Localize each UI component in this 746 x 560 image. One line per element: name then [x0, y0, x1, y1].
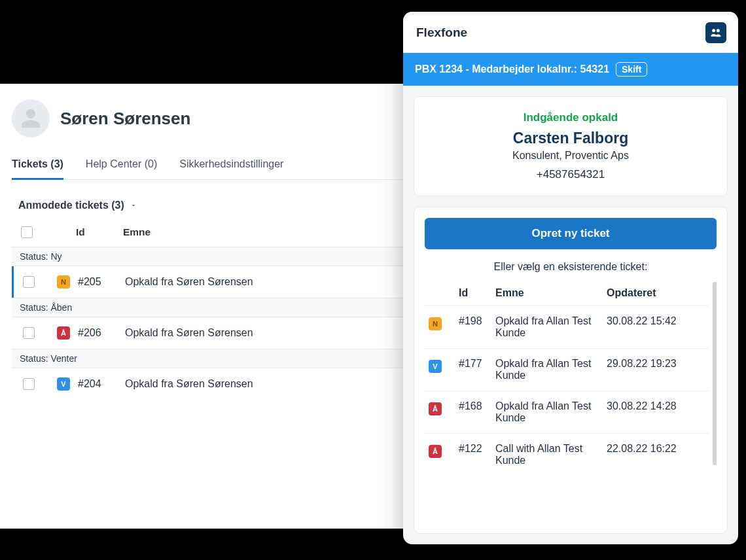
ticket-id: #204 — [78, 378, 125, 390]
mini-scrollbar-thumb[interactable] — [713, 282, 717, 465]
avatar — [12, 99, 50, 137]
user-name: Søren Sørensen — [60, 109, 190, 129]
caller-name: Carsten Falborg — [427, 130, 714, 147]
ticket-id: #205 — [78, 276, 125, 288]
ticket-subject: Call with Allan Test Kunde — [495, 443, 607, 466]
select-all-checkbox[interactable] — [21, 226, 33, 238]
ticket-subject: Opkald fra Allan Test Kunde — [495, 358, 607, 381]
list-item[interactable]: Å#168Opkald fra Allan Test Kunde30.08.22… — [425, 391, 709, 433]
pbx-line: PBX 1234 - Medarbejder lokalnr.: 54321 — [415, 63, 609, 75]
ticket-updated: 29.08.22 19:23 — [607, 358, 705, 370]
list-item[interactable]: Å#122Call with Allan Test Kunde22.08.22 … — [425, 433, 709, 476]
incoming-call-card: Indgående opkald Carsten Falborg Konsule… — [414, 96, 728, 196]
or-text: Eller vælg en eksisterende ticket: — [425, 261, 717, 273]
status-badge: V — [429, 360, 442, 373]
caller-phone: +4587654321 — [427, 168, 714, 181]
row-checkbox[interactable] — [23, 327, 35, 339]
col-id: Id — [76, 226, 123, 238]
ticket-updated: 30.08.22 15:42 — [607, 315, 705, 327]
chevron-down-icon — [130, 201, 137, 209]
row-checkbox[interactable] — [23, 276, 35, 288]
pbx-bar: PBX 1234 - Medarbejder lokalnr.: 54321 S… — [403, 53, 738, 86]
status-badge: Å — [57, 326, 70, 340]
ticket-id: #206 — [78, 327, 125, 339]
status-badge: N — [429, 317, 442, 330]
col-subject: Emne — [123, 226, 440, 238]
mini-grid-header: Id Emne Opdateret — [425, 282, 709, 306]
ticket-subject: Opkald fra Allan Test Kunde — [495, 400, 607, 424]
status-badge: Å — [429, 402, 442, 415]
mini-col-subject: Emne — [495, 287, 607, 299]
existing-tickets-card: Opret ny ticket Eller vælg en eksisteren… — [414, 207, 728, 534]
panel-header-button[interactable] — [705, 22, 726, 43]
ticket-subject: Opkald fra Søren Sørensen — [125, 378, 440, 390]
ticket-id: #168 — [459, 400, 495, 412]
mini-col-id: Id — [459, 287, 495, 299]
caller-role: Konsulent, Proventic Aps — [427, 150, 714, 162]
user-icon — [20, 107, 42, 130]
ticket-id: #198 — [459, 315, 495, 327]
ticket-subject: Opkald fra Allan Test Kunde — [495, 315, 607, 339]
tab-security-settings[interactable]: Sikkerhedsindstillinger — [179, 152, 283, 179]
row-checkbox[interactable] — [23, 378, 35, 390]
ticket-subject: Opkald fra Søren Sørensen — [125, 327, 440, 339]
tab-tickets[interactable]: Tickets (3) — [12, 152, 63, 180]
call-status: Indgående opkald — [427, 111, 714, 124]
mini-scrollbar[interactable] — [713, 282, 717, 531]
panel-title: Flexfone — [416, 26, 467, 40]
status-badge: Å — [429, 445, 442, 458]
ticket-updated: 22.08.22 16:22 — [607, 443, 705, 455]
ticket-id: #122 — [459, 443, 495, 455]
section-title-label: Anmodede tickets (3) — [18, 200, 124, 211]
mini-col-updated: Opdateret — [607, 287, 705, 299]
create-ticket-button[interactable]: Opret ny ticket — [425, 218, 717, 249]
status-badge: V — [57, 377, 70, 391]
ticket-subject: Opkald fra Søren Sørensen — [125, 276, 440, 288]
flexfone-panel: Flexfone PBX 1234 - Medarbejder lokalnr.… — [403, 12, 738, 544]
list-item[interactable]: N#198Opkald fra Allan Test Kunde30.08.22… — [425, 306, 709, 348]
status-badge: N — [57, 275, 70, 289]
skift-button[interactable]: Skift — [616, 62, 647, 77]
ticket-updated: 30.08.22 14:28 — [607, 400, 705, 412]
tab-help-center[interactable]: Help Center (0) — [86, 152, 157, 179]
ticket-id: #177 — [459, 358, 495, 370]
list-item[interactable]: V#177Opkald fra Allan Test Kunde29.08.22… — [425, 348, 709, 391]
team-icon — [709, 26, 722, 39]
